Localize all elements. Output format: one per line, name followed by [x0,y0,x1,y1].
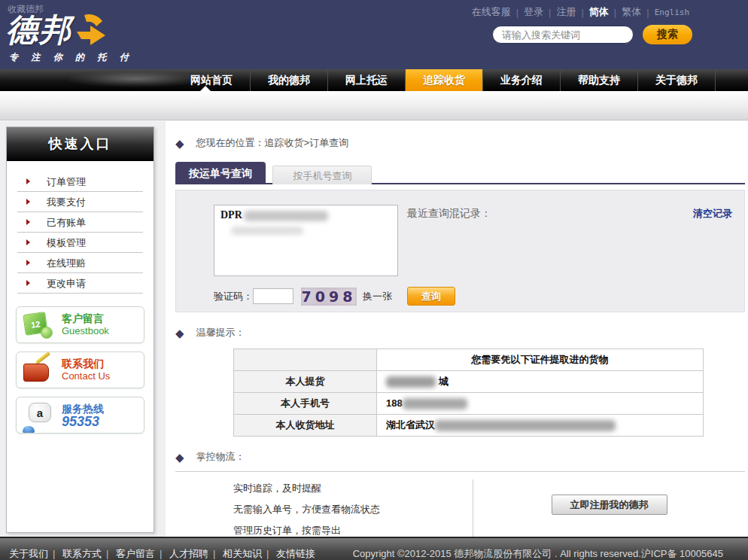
hotline-number: 95353 [62,415,104,428]
utility-links: 在线客服| 登录| 注册| 简体| 繁体| English [469,5,692,19]
logistics-heading-text: 掌控物流： [196,450,245,464]
pencil-icon [35,351,50,364]
footer-link-friendly-links[interactable]: 友情链接 [276,548,315,559]
arrow-bullet-icon [26,219,30,225]
sidebar-item-online-claims[interactable]: 在线理赔 [17,253,143,273]
breadcrumb: ◆ 您现在的位置：追踪收货>订单查询 [175,136,745,150]
contact-book-icon [21,355,54,386]
sidebar-item-order-management[interactable]: 订单管理 [17,172,143,192]
link-login[interactable]: 登录 [524,5,543,19]
copyright-text: Copyright ©2012-2015 德邦物流股份有限公司 . All ri… [353,548,723,559]
captcha-input[interactable] [253,288,293,304]
link-traditional-chinese[interactable]: 繁体 [622,5,641,19]
sidebar-item-label: 我要支付 [47,192,86,212]
captcha-image[interactable]: 7098 [301,288,357,306]
sidebar-item-existing-bills[interactable]: 已有账单 [17,212,143,233]
logo-text: 德邦 [6,14,72,47]
hotline-bubble-icon: a [21,400,54,431]
nav-item-help[interactable]: 帮助支持 [561,69,638,91]
waybill-textarea[interactable]: DPR [214,205,398,276]
content-area: 快速入口 订单管理 我要支付 已有账单 模板管理 在线理赔 更改申请 12 客户… [0,121,748,537]
card-subtitle: Contact Us [62,370,110,382]
captcha-label: 验证码： [214,290,253,303]
hotline-card-text: 服务热线 95353 [62,403,104,428]
guestbook-card[interactable]: 12 客户留言 Guestbook [16,306,144,343]
link-separator: | [646,7,649,18]
link-register[interactable]: 注册 [556,5,576,19]
footer-link-careers[interactable]: 人才招聘 [169,548,208,559]
waybill-prefix: DPR [220,209,242,221]
section-divider [175,471,745,472]
footer-separator: | [213,548,215,559]
contact-card-text: 联系我们 Contact Us [62,358,110,382]
recent-queries-label: 最近查询混记录： [407,207,491,221]
guestbook-icon: 12 [21,309,54,341]
sidebar-item-change-request[interactable]: 更改申请 [17,273,143,294]
redacted-value [403,398,467,409]
arrow-bullet-icon [26,178,30,184]
tab-by-waybill[interactable]: 按运单号查询 [175,162,266,184]
nav-pointer-triangle [200,86,211,91]
card-subtitle: Guestbook [62,325,109,337]
deppon-logo[interactable]: 德邦 [6,14,108,54]
nav-item-home[interactable]: 网站首页 [173,69,251,91]
nav-item-online-shipping[interactable]: 网上托运 [328,69,406,91]
tab-by-phone[interactable]: 按手机号查询 [272,166,372,184]
service-hotline-card[interactable]: a 服务热线 95353 [16,397,144,434]
arrow-bullet-icon [26,199,30,205]
sidebar-item-label: 更改申请 [47,273,86,294]
link-separator: | [614,7,616,18]
nav-item-my-deppon[interactable]: 我的德邦 [251,69,328,91]
logistics-body: 实时追踪，及时提醒 无需输入单号，方便查看物流状态 管理历史订单，按需导出 立即… [175,478,745,541]
site-header: 收藏德邦 德邦 专 注 你 的 托 付 在线客服| 登录| 注册| 简体| 繁体… [0,0,748,69]
logo-tagline: 专 注 你 的 托 付 [9,51,134,64]
nav-item-services[interactable]: 业务介绍 [483,69,561,91]
sidebar-item-template-management[interactable]: 模板管理 [17,233,143,253]
register-my-deppon-button[interactable]: 立即注册我的德邦 [552,495,667,515]
arrow-bullet-icon [26,239,30,245]
feature-item: 实时追踪，及时提醒 [233,478,473,499]
quick-entry-sidebar: 快速入口 订单管理 我要支付 已有账单 模板管理 在线理赔 更改申请 12 客户… [6,126,154,533]
card-title: 客户留言 [62,312,109,325]
diamond-bullet-icon: ◆ [175,327,184,339]
sidebar-menu: 订单管理 我要支付 已有账单 模板管理 在线理赔 更改申请 [7,161,154,298]
guestbook-icon-dot [41,327,53,339]
footer-separator: | [266,548,269,559]
clear-records-link[interactable]: 清空记录 [693,207,732,221]
visible-value: 城 [439,376,448,387]
footer-link-knowledge[interactable]: 相关知识 [223,548,262,559]
search-input[interactable] [492,26,634,44]
footer-link-about[interactable]: 关于我们 [9,548,48,559]
redacted-waybill [244,211,328,221]
sidebar-item-pay[interactable]: 我要支付 [17,192,143,212]
table-header-row: 您需要凭以下证件提取进的货物 [234,349,704,371]
row-value-pickup: 城 [377,371,704,393]
pickup-credentials-table: 您需要凭以下证件提取进的货物 本人提货 城 本人手机号 188 本人收货地址 湖… [233,348,704,437]
contact-us-card[interactable]: 联系我们 Contact Us [16,352,144,388]
feature-list: 实时追踪，及时提醒 无需输入单号，方便查看物流状态 管理历史订单，按需导出 [233,478,473,541]
arrow-bullet-icon [26,280,30,286]
table-row: 本人手机号 188 [234,393,704,415]
register-wrap: 立即注册我的德邦 [473,478,745,541]
link-simplified-chinese[interactable]: 简体 [589,5,609,19]
person-icon [23,412,36,427]
link-english[interactable]: English [655,8,689,17]
search-button[interactable]: 搜索 [643,25,692,44]
breadcrumb-text: 您现在的位置：追踪收货>订单查询 [196,136,349,150]
link-separator: | [516,7,518,18]
footer-separator: | [53,548,55,559]
footer-link-guestbook[interactable]: 客户留言 [116,548,155,559]
redacted-value [435,420,616,431]
row-label-pickup: 本人提货 [234,371,377,393]
footer-link-contact[interactable]: 联系方式 [62,548,102,559]
query-submit-button[interactable]: 查询 [407,287,455,306]
nav-item-tracking[interactable]: 追踪收货 [406,69,483,91]
nav-item-about[interactable]: 关于德邦 [638,69,716,91]
captcha-refresh-link[interactable]: 换一张 [363,290,392,303]
sidebar-item-label: 在线理赔 [47,253,86,273]
row-value-address: 湖北省武汉 [377,415,704,437]
waybill-query-panel: DPR 验证码： 7098 换一张 查询 最近查询混记录： 清空记录 [175,190,745,312]
footer-row: 关于我们| 联系方式| 客户留言| 人才招聘| 相关知识| 友情链接 Copyr… [0,538,748,560]
link-online-service[interactable]: 在线客服 [472,5,511,19]
diamond-bullet-icon: ◆ [175,138,184,149]
